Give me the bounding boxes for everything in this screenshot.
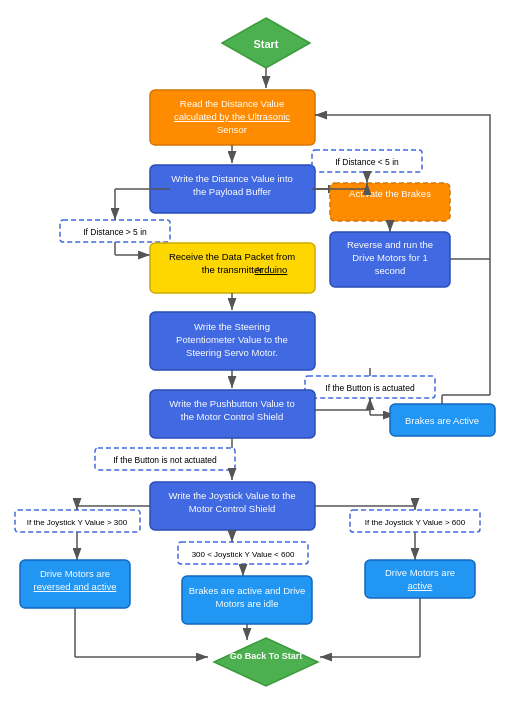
- svg-text:second: second: [375, 265, 406, 276]
- svg-text:If the Button is not actuated: If the Button is not actuated: [113, 455, 217, 465]
- svg-text:Steering Servo Motor.: Steering Servo Motor.: [186, 347, 278, 358]
- svg-text:Brakes are active and Drive: Brakes are active and Drive: [189, 585, 306, 596]
- svg-text:If the Joystick Y Value > 600: If the Joystick Y Value > 600: [365, 518, 466, 527]
- svg-text:Motors are idle: Motors are idle: [216, 598, 279, 609]
- go-back-start-node: [214, 638, 318, 686]
- svg-text:the Motor Control Shield: the Motor Control Shield: [181, 411, 283, 422]
- svg-text:If Distance > 5 in: If Distance > 5 in: [83, 227, 147, 237]
- svg-text:the Payload Buffer: the Payload Buffer: [193, 186, 271, 197]
- svg-text:Drive Motors are: Drive Motors are: [385, 567, 455, 578]
- svg-text:If the Joystick Y Value > 300: If the Joystick Y Value > 300: [27, 518, 128, 527]
- svg-text:calculated by the Ultrasonic: calculated by the Ultrasonic: [174, 111, 290, 122]
- svg-text:Drive Motors for 1: Drive Motors for 1: [352, 252, 428, 263]
- svg-text:active: active: [408, 580, 433, 591]
- start-label: Start: [253, 38, 278, 50]
- svg-text:Motor Control Shield: Motor Control Shield: [189, 503, 276, 514]
- svg-text:300 < Joystick Y Value < 600: 300 < Joystick Y Value < 600: [192, 550, 295, 559]
- svg-text:Potentiometer Value to the: Potentiometer Value to the: [176, 334, 288, 345]
- svg-text:Arduino: Arduino: [255, 264, 288, 275]
- svg-text:Sensor: Sensor: [217, 124, 247, 135]
- svg-text:reversed and active: reversed and active: [34, 581, 117, 592]
- svg-text:Go Back To Start: Go Back To Start: [230, 651, 302, 661]
- svg-text:Brakes are Active: Brakes are Active: [405, 415, 479, 426]
- svg-text:the transmitter: the transmitter: [202, 264, 263, 275]
- svg-text:Write the Pushbutton Value to: Write the Pushbutton Value to: [169, 398, 294, 409]
- flowchart-svg: Start Read the Distance Value calculated…: [0, 0, 532, 722]
- read-distance-label: Read the Distance Value: [180, 98, 284, 109]
- svg-text:If Distance < 5 in: If Distance < 5 in: [335, 157, 399, 167]
- svg-text:If the Button is actuated: If the Button is actuated: [325, 383, 415, 393]
- svg-text:Write the Joystick Value to th: Write the Joystick Value to the: [169, 490, 296, 501]
- svg-text:Receive the Data Packet from: Receive the Data Packet from: [169, 251, 295, 262]
- svg-text:Write the Steering: Write the Steering: [194, 321, 270, 332]
- drive-active-node: [365, 560, 475, 598]
- svg-text:Reverse and run the: Reverse and run the: [347, 239, 433, 250]
- svg-text:Write the Distance Value into: Write the Distance Value into: [171, 173, 293, 184]
- svg-text:Drive Motors are: Drive Motors are: [40, 568, 110, 579]
